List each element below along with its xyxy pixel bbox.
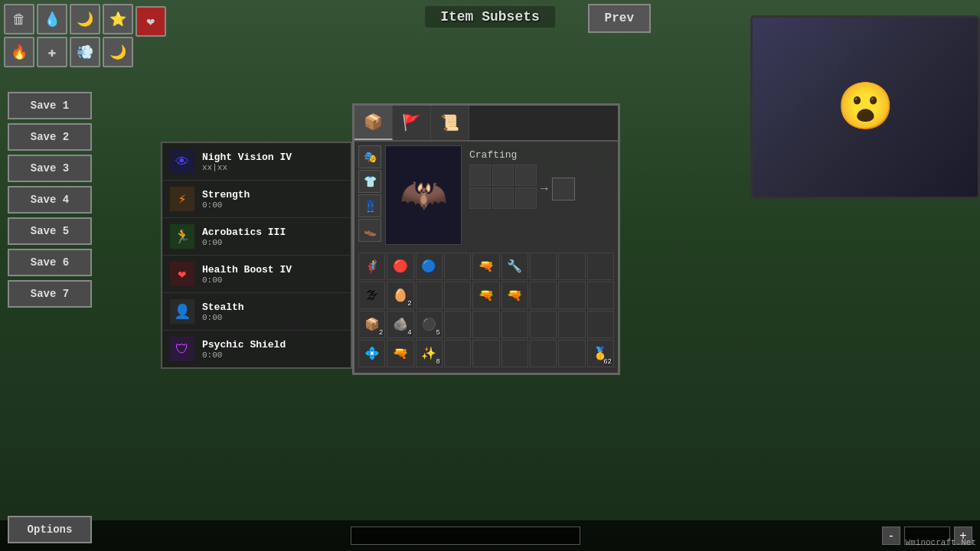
save-button-4[interactable]: Save 4 — [8, 186, 92, 214]
inv-slot-1-7[interactable] — [558, 282, 585, 309]
tool-fire-icon[interactable]: 🔥 — [4, 37, 34, 67]
skill-name-3: Health Boost IV — [202, 264, 343, 276]
item-subsets-title: Item Subsets — [425, 6, 555, 28]
inventory-row-0: 🦸🔴🔵🔫🔧 — [358, 253, 614, 280]
skill-icon-0: 👁 — [170, 149, 194, 174]
skill-info-0: Night Vision IV xx|xx — [202, 152, 343, 172]
webcam-person: 😮 — [753, 18, 978, 197]
slot-legs[interactable]: 👖 — [358, 194, 381, 217]
inv-slot-1-2[interactable] — [416, 282, 443, 309]
watermark: Wminocraft.Net — [906, 538, 976, 547]
inv-slot-3-7[interactable] — [558, 340, 585, 367]
skill-icon-4: 👤 — [170, 299, 194, 324]
minus-button[interactable]: - — [882, 527, 900, 545]
chat-input[interactable] — [351, 527, 580, 545]
tab-bar: 📦🚩📜 — [354, 106, 618, 142]
skill-value-4: 0:00 — [202, 313, 343, 322]
skill-icon-5: 🛡 — [170, 337, 194, 361]
inv-slot-0-7[interactable] — [558, 253, 585, 280]
tool-moon2-icon[interactable]: 🌙 — [103, 37, 133, 67]
save-button-2[interactable]: Save 2 — [8, 123, 92, 151]
inv-slot-2-0[interactable]: 📦2 — [358, 311, 385, 338]
tool-delete-icon[interactable]: 🗑 — [4, 4, 34, 34]
inv-slot-0-5[interactable]: 🔧 — [501, 253, 528, 280]
save-button-3[interactable]: Save 3 — [8, 155, 92, 182]
inv-slot-1-5[interactable]: 🔫 — [501, 282, 528, 309]
skill-item-1[interactable]: ⚡ Strength 0:00 — [162, 181, 351, 218]
tab-0[interactable]: 📦 — [354, 106, 393, 140]
inv-slot-1-4[interactable]: 🔫 — [472, 282, 499, 309]
craft-slot-5[interactable] — [492, 187, 514, 209]
inv-slot-2-1[interactable]: 🪨4 — [387, 311, 413, 338]
inv-slot-3-1[interactable]: 🔫 — [387, 340, 413, 367]
inv-slot-0-4[interactable]: 🔫 — [472, 253, 499, 280]
inv-slot-0-3[interactable] — [444, 253, 471, 280]
skills-panel: 👁 Night Vision IV xx|xx ⚡ Strength 0:00 … — [161, 142, 352, 369]
tool-water-icon[interactable]: 💧 — [37, 4, 67, 34]
skill-info-1: Strength 0:00 — [202, 189, 343, 210]
save-button-6[interactable]: Save 6 — [8, 249, 92, 276]
inv-slot-0-2[interactable]: 🔵 — [416, 253, 443, 280]
inv-slot-3-2[interactable]: ✨8 — [416, 340, 443, 367]
save-buttons-panel: Save 1Save 2Save 3Save 4Save 5Save 6Save… — [8, 92, 92, 308]
inv-slot-2-4[interactable] — [472, 311, 499, 338]
tool-wind-icon[interactable]: 💨 — [70, 37, 100, 67]
skill-item-5[interactable]: 🛡 Psychic Shield 0:00 — [162, 331, 351, 367]
tool-heart-icon[interactable]: ❤ — [136, 6, 166, 37]
tool-moon-icon[interactable]: 🌙 — [70, 4, 100, 34]
inv-slot-1-3[interactable] — [444, 282, 471, 309]
skill-value-0: xx|xx — [202, 163, 343, 172]
skill-item-3[interactable]: ❤ Health Boost IV 0:00 — [162, 256, 351, 293]
crafting-row: → — [469, 165, 610, 213]
craft-slot-6[interactable] — [515, 187, 537, 209]
tool-cross-icon[interactable]: ✚ — [37, 37, 67, 67]
skill-info-5: Psychic Shield 0:00 — [202, 339, 343, 360]
inv-slot-3-3[interactable] — [444, 340, 471, 367]
tool-star-icon[interactable]: ⭐ — [103, 4, 133, 34]
inv-slot-1-8[interactable] — [587, 282, 614, 309]
skill-name-0: Night Vision IV — [202, 152, 343, 163]
inv-slot-2-2[interactable]: ⚫5 — [416, 311, 443, 338]
inv-slot-0-0[interactable]: 🦸 — [358, 253, 385, 280]
inv-slot-2-8[interactable] — [587, 311, 614, 338]
skill-item-0[interactable]: 👁 Night Vision IV xx|xx — [162, 143, 351, 181]
crafting-label: Crafting — [469, 149, 610, 161]
craft-slot-1[interactable] — [469, 165, 491, 186]
slot-feet[interactable]: 👞 — [358, 219, 381, 242]
skill-value-5: 0:00 — [202, 350, 343, 360]
slot-head[interactable]: 🎭 — [358, 145, 381, 168]
skill-icon-3: ❤ — [170, 262, 194, 286]
inv-slot-2-6[interactable] — [530, 311, 557, 338]
inv-slot-2-7[interactable] — [558, 311, 585, 338]
craft-slot-3[interactable] — [515, 165, 537, 186]
skill-item-4[interactable]: 👤 Stealth 0:00 — [162, 293, 351, 331]
inv-slot-3-5[interactable] — [501, 340, 528, 367]
tab-1[interactable]: 🚩 — [393, 106, 431, 140]
inv-slot-1-0[interactable]: 🌫 — [358, 282, 385, 309]
inv-slot-1-6[interactable] — [530, 282, 557, 309]
inv-slot-0-1[interactable]: 🔴 — [387, 253, 413, 280]
inv-slot-0-8[interactable] — [587, 253, 614, 280]
tab-2[interactable]: 📜 — [431, 106, 469, 140]
webcam-overlay: 😮 — [750, 15, 980, 199]
inv-slot-3-0[interactable]: 💠 — [358, 340, 385, 367]
inv-slot-2-5[interactable] — [501, 311, 528, 338]
save-button-7[interactable]: Save 7 — [8, 280, 92, 308]
slot-body[interactable]: 👕 — [358, 170, 381, 193]
inv-slot-2-3[interactable] — [444, 311, 471, 338]
inv-slot-3-8[interactable]: 🥇62 — [587, 340, 614, 367]
save-button-1[interactable]: Save 1 — [8, 92, 92, 119]
inv-slot-0-6[interactable] — [530, 253, 557, 280]
skill-info-4: Stealth 0:00 — [202, 302, 343, 322]
craft-slot-4[interactable] — [469, 187, 491, 209]
skill-icon-2: 🏃 — [170, 224, 194, 249]
save-button-5[interactable]: Save 5 — [8, 217, 92, 245]
options-button[interactable]: Options — [8, 516, 92, 543]
craft-slot-2[interactable] — [492, 165, 514, 186]
inv-slot-3-4[interactable] — [472, 340, 499, 367]
crafting-output[interactable] — [552, 178, 575, 201]
skill-item-2[interactable]: 🏃 Acrobatics III 0:00 — [162, 218, 351, 256]
inv-slot-3-6[interactable] — [530, 340, 557, 367]
inv-slot-1-1[interactable]: 🥚2 — [387, 282, 413, 309]
inventory-panel: 📦🚩📜 🎭 👕 👖 👞 🦇 Crafting → — [352, 103, 620, 375]
